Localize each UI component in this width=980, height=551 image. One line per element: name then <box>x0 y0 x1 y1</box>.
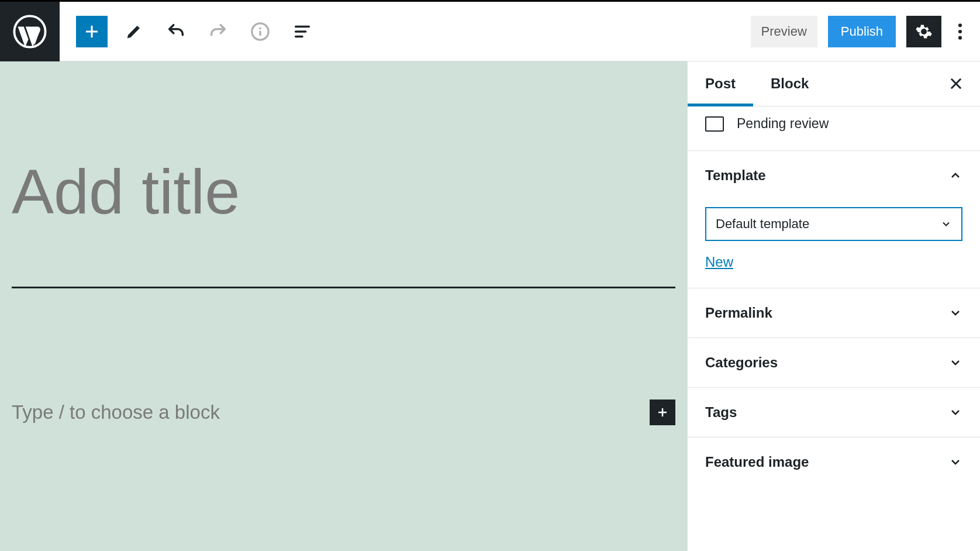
edit-tools-button[interactable] <box>118 16 150 47</box>
chevron-down-icon <box>948 306 962 320</box>
template-select-value: Default template <box>716 216 809 232</box>
chevron-down-icon <box>948 356 962 370</box>
pending-review-checkbox[interactable] <box>705 116 724 132</box>
editor-canvas: Type / to choose a block <box>0 61 687 551</box>
settings-sidebar: Post Block Pending review Template <box>687 61 980 551</box>
new-template-link[interactable]: New <box>705 254 733 270</box>
wordpress-logo[interactable] <box>0 2 60 61</box>
svg-point-5 <box>958 36 962 39</box>
outline-button[interactable] <box>287 16 318 47</box>
chevron-down-icon <box>940 218 952 230</box>
panel-permalink-title: Permalink <box>705 305 772 321</box>
panel-featured-image-toggle[interactable]: Featured image <box>688 438 980 487</box>
chevron-down-icon <box>948 455 962 469</box>
svg-point-4 <box>958 29 962 33</box>
publish-button[interactable]: Publish <box>828 16 896 47</box>
panel-tags-title: Tags <box>705 404 737 421</box>
add-block-button[interactable] <box>76 16 108 47</box>
panel-template-toggle[interactable]: Template <box>688 151 980 200</box>
tab-block[interactable]: Block <box>753 61 826 106</box>
panel-template-title: Template <box>705 167 766 184</box>
pending-review-label: Pending review <box>737 116 829 132</box>
chevron-down-icon <box>948 405 962 419</box>
redo-button <box>202 16 234 47</box>
panel-categories-toggle[interactable]: Categories <box>688 338 980 387</box>
template-select[interactable]: Default template <box>705 207 962 241</box>
document-info-button[interactable] <box>244 16 276 47</box>
panel-featured-image-title: Featured image <box>705 454 809 470</box>
inline-add-block-button[interactable] <box>650 400 675 425</box>
svg-point-2 <box>259 27 261 29</box>
editor-header: Preview Publish <box>0 2 980 61</box>
preview-button[interactable]: Preview <box>751 16 817 47</box>
panel-permalink-toggle[interactable]: Permalink <box>688 288 980 338</box>
block-prompt[interactable]: Type / to choose a block <box>12 401 220 423</box>
options-button[interactable] <box>952 16 968 47</box>
chevron-up-icon <box>948 168 962 182</box>
undo-button[interactable] <box>160 16 192 47</box>
settings-button[interactable] <box>906 16 941 47</box>
tab-post[interactable]: Post <box>688 61 753 106</box>
panel-tags-toggle[interactable]: Tags <box>688 388 980 437</box>
svg-point-3 <box>958 23 962 27</box>
close-sidebar-button[interactable] <box>940 68 972 99</box>
panel-categories-title: Categories <box>705 354 778 371</box>
post-title-input[interactable] <box>12 61 675 288</box>
